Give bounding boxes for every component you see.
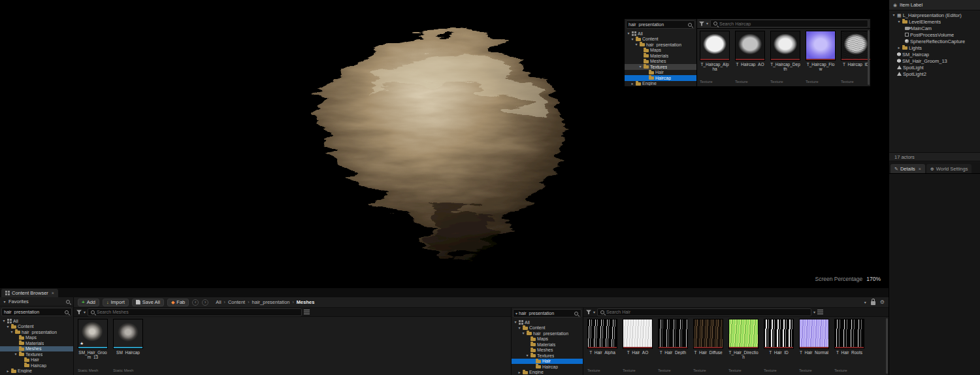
outliner-item-level[interactable]: ▾▦L_Hairpresentation (Editor)	[889, 12, 980, 18]
tree-item-engine[interactable]: ▸Engine	[0, 368, 73, 374]
tree-item-materials[interactable]: Materials	[0, 340, 73, 346]
asset-tile[interactable]: T_Hair_ID Texture	[764, 319, 796, 373]
chevron-down-icon[interactable]: ▾	[593, 310, 595, 314]
asset-tile[interactable]: T_Haircap_Alpha Texture	[700, 31, 732, 84]
tree-item-haircap[interactable]: Haircap	[0, 363, 73, 368]
tree-item-hair-presentation[interactable]: ▾hair_presentation	[512, 331, 583, 336]
chevron-down-icon[interactable]: ▾	[813, 310, 815, 314]
forward-button[interactable]: ›	[202, 299, 208, 306]
asset-tile[interactable]: T_Hair_Depth Texture	[658, 319, 691, 373]
tree-item-hair[interactable]: Hair	[512, 359, 583, 365]
asset-tile[interactable]: T_Hair_Diffuse Texture	[693, 319, 726, 373]
add-button[interactable]: + Add	[78, 299, 99, 306]
tree-item-maps[interactable]: Maps	[625, 48, 696, 54]
tree-item-maps[interactable]: Maps	[512, 336, 583, 342]
outliner-item-spotlight2[interactable]: SpotLight2	[889, 71, 980, 77]
search-icon[interactable]	[65, 299, 71, 304]
tab-content-browser[interactable]: Content Browser ×	[1, 289, 58, 297]
outliner-item-spherereflectioncapture[interactable]: SphereReflectionCapture	[889, 38, 980, 44]
tab-details[interactable]: ✎ Details ×	[890, 164, 925, 173]
tree-item-meshes[interactable]: Meshes	[0, 346, 73, 352]
expander-icon[interactable]: ▾	[892, 13, 896, 17]
expander-icon[interactable]: ▾	[6, 325, 10, 329]
asset-tile[interactable]: T_Hair_Normal Texture	[799, 319, 832, 373]
tree-item-textures[interactable]: ▾Textures	[0, 351, 73, 357]
tree-item-hair[interactable]: Hair	[625, 70, 696, 76]
gear-icon[interactable]: ⚙	[880, 300, 885, 305]
tree-item-meshes[interactable]: Meshes	[625, 59, 696, 65]
outliner-item-sm-hair-groom[interactable]: SM_Hair_Groom_13	[889, 57, 980, 64]
asset-tile[interactable]: T_Haircap_Flow Texture	[806, 31, 838, 84]
asset-tile[interactable]: T_Hair_Roots Texture	[834, 319, 867, 373]
expander-icon[interactable]: ▾	[630, 37, 634, 41]
tab-world-settings[interactable]: ⊕ World Settings	[926, 164, 972, 173]
asset-tile[interactable]: SM_Haircap Static Mesh	[113, 319, 146, 373]
expander-icon[interactable]: ▾	[514, 320, 517, 324]
expander-icon[interactable]: ▾	[3, 300, 7, 304]
tree-item-materials[interactable]: Materials	[625, 53, 696, 59]
expander-icon[interactable]: ▾	[897, 20, 901, 24]
tree-item-haircap[interactable]: Haircap	[512, 364, 583, 370]
right-sources-search-input[interactable]	[519, 311, 572, 316]
breadcrumb-all[interactable]: All	[216, 299, 221, 305]
tree-item-textures[interactable]: ▾Textures	[625, 64, 696, 70]
expander-icon[interactable]: ▾	[638, 65, 642, 69]
breadcrumb-meshes[interactable]: Meshes	[297, 299, 315, 305]
breadcrumb-content[interactable]: Content	[228, 299, 245, 305]
hair-search-input[interactable]	[606, 310, 809, 314]
expander-icon[interactable]: ▾	[517, 326, 521, 330]
view-options-icon[interactable]	[304, 309, 310, 315]
meshes-search-input[interactable]	[97, 310, 299, 314]
asset-tile[interactable]: ★ SM_Hair_Groom_13 Static Mesh	[78, 319, 110, 373]
lock-icon[interactable]	[871, 301, 875, 305]
outliner-item-lights[interactable]: ▸Lights	[889, 44, 980, 51]
tree-item-haircap[interactable]: Haircap	[625, 75, 696, 81]
expander-icon[interactable]: ▾	[525, 353, 529, 357]
asset-tile[interactable]: T_Haircap_Depth Texture	[770, 31, 803, 84]
expander-icon[interactable]: ▸	[630, 82, 634, 86]
expander-icon[interactable]: ▾	[10, 330, 14, 334]
chevron-down-icon[interactable]: ▾	[515, 312, 517, 316]
asset-tile[interactable]: T_Hair_AO Texture	[623, 319, 655, 373]
tree-item-meshes[interactable]: Meshes	[512, 348, 583, 353]
expander-icon[interactable]: ▸	[897, 46, 901, 50]
asset-tile[interactable]: T_Haircap_AO Texture	[735, 31, 768, 84]
haircap-search-input[interactable]	[719, 22, 866, 26]
tree-item-materials[interactable]: Materials	[512, 342, 583, 348]
sources-search-input[interactable]	[4, 310, 63, 314]
tree-item-hair-presentation[interactable]: ▾hair_presentation	[0, 329, 73, 335]
expander-icon[interactable]: ▾	[521, 331, 525, 335]
expander-icon[interactable]: ▸	[6, 369, 10, 373]
outliner-item-maincam[interactable]: MainCam	[889, 25, 980, 31]
eye-icon[interactable]: ◉	[893, 3, 897, 7]
filter-icon[interactable]	[699, 21, 704, 26]
outliner-item-levelelements[interactable]: ▾LevelElements	[889, 18, 980, 25]
outliner-item-postprocessvolume[interactable]: PostProcessVolume	[889, 31, 980, 38]
asset-tile[interactable]: T_Hair_Alpha Texture	[587, 319, 620, 373]
filter-icon[interactable]	[586, 310, 591, 315]
tree-item-hair[interactable]: Hair	[0, 357, 73, 363]
chevron-down-icon[interactable]: ▾	[864, 301, 866, 304]
outliner-item-spotlight[interactable]: SpotLight	[889, 64, 980, 71]
tree-item-maps[interactable]: Maps	[0, 335, 73, 341]
sort-options-icon[interactable]	[817, 309, 823, 315]
expander-icon[interactable]: ▾	[634, 42, 638, 46]
expander-icon[interactable]: ▾	[627, 31, 630, 35]
tree-item-textures[interactable]: ▾Textures	[512, 353, 583, 359]
back-button[interactable]: ‹	[192, 299, 199, 306]
tree-item-content[interactable]: ▾Content	[625, 37, 696, 42]
favorites-header[interactable]: ▾ Favorites	[0, 297, 73, 306]
tree-item-engine[interactable]: ▸Engine	[512, 370, 583, 375]
chevron-down-icon[interactable]: ▾	[84, 310, 86, 314]
tree-item-engine[interactable]: ▸Engine	[625, 81, 696, 87]
path-search-input[interactable]	[629, 22, 686, 27]
save-all-button[interactable]: Save All	[132, 299, 164, 306]
close-icon[interactable]: ×	[919, 167, 921, 171]
expander-icon[interactable]: ▾	[14, 352, 18, 356]
filter-icon[interactable]	[76, 310, 82, 315]
fab-button[interactable]: ◆ Fab	[167, 299, 189, 306]
close-icon[interactable]: ×	[52, 291, 54, 295]
tree-item-all[interactable]: ▾All	[512, 319, 583, 325]
tree-item-hair-presentation[interactable]: ▾hair_presentation	[625, 42, 696, 48]
scrollbar[interactable]	[886, 318, 888, 374]
